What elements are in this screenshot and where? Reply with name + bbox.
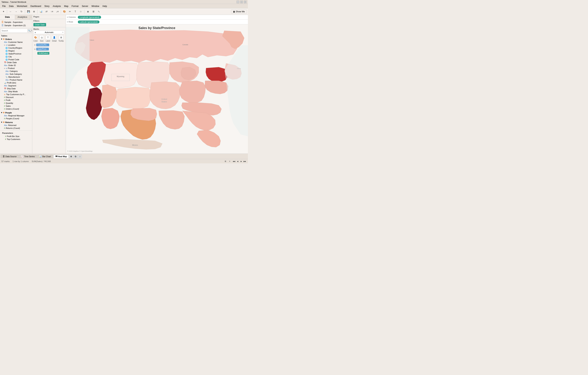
tab-analytics[interactable]: Analytics [15, 15, 30, 20]
field-region[interactable]: 🌐Region [0, 49, 32, 52]
field-state-province[interactable]: 🌐State/Province [0, 52, 32, 55]
mark-color-btn[interactable]: 🎨 Color [33, 35, 38, 42]
mark-detail-btn[interactable]: 👤 Detail [52, 35, 57, 42]
swap-btn[interactable]: ⇄ [44, 9, 49, 14]
text-btn[interactable]: T [73, 9, 78, 14]
menu-map[interactable]: Map [63, 5, 70, 8]
save-button[interactable]: 💾 [26, 9, 31, 14]
search-button[interactable]: 🔍 [28, 29, 31, 33]
menu-help[interactable]: Help [101, 5, 108, 8]
menu-window[interactable]: Window [90, 5, 101, 8]
orders-table-header[interactable]: ▾ ⊕ Orders [0, 38, 32, 41]
field-profit-bin[interactable]: 📊Profit (bin) [0, 81, 32, 84]
viz-btn[interactable]: 🖥 [91, 9, 96, 14]
field-segment[interactable]: AbcSegment [0, 84, 32, 87]
field-product-name[interactable]: AbcProduct Name [0, 78, 32, 81]
tab-heat-map[interactable]: 🗺 Heat Map [53, 155, 69, 158]
field-orders-count[interactable]: #Orders (Count) [0, 107, 32, 110]
menu-server[interactable]: Server [80, 5, 90, 8]
next-page[interactable]: ▶ [240, 160, 243, 163]
back-button[interactable]: ← [8, 9, 13, 14]
tableau-logo[interactable]: ✦ [1, 9, 6, 14]
field-order-id[interactable]: AbcOrder ID [0, 64, 32, 67]
field-discount[interactable]: #Discount [0, 96, 32, 99]
mark-field-country[interactable]: ⊕ Country/Re... [33, 43, 65, 47]
show-me-button[interactable]: ▦ Show Me [231, 10, 247, 14]
menu-data[interactable]: Data [7, 5, 15, 8]
color-btn[interactable]: 🎨 [62, 9, 67, 14]
field-returns-count[interactable]: #Returns (Count) [0, 127, 32, 129]
maximize-button[interactable]: □ [240, 1, 243, 3]
chart-type-btn[interactable]: 📊 [39, 9, 43, 14]
menu-analysis[interactable]: Analysis [51, 5, 63, 8]
pin-btn[interactable]: ☆ [78, 9, 83, 14]
field-quantity[interactable]: #Quantity [0, 102, 32, 105]
grid-view-status[interactable]: ⊞ [224, 160, 227, 163]
close-button[interactable]: × [244, 1, 246, 3]
field-product-group[interactable]: ▾⊕Product [0, 67, 32, 70]
field-manufacturer[interactable]: 📎Manufacturer [0, 75, 32, 78]
param-profit-bin-size[interactable]: #Profit Bin Size [1, 135, 31, 138]
left-panel-close[interactable]: ‹ [30, 15, 32, 20]
mark-size-btn[interactable]: ◎ Size [40, 35, 44, 42]
field-category[interactable]: AbcCategory [0, 70, 32, 73]
new-datasource[interactable]: ⊕ [32, 9, 36, 14]
field-location-group[interactable]: ▾⊕Location [0, 43, 32, 46]
sort-asc[interactable]: ↑≡ [50, 9, 54, 14]
field-regional-manager[interactable]: AbcRegional Manager [0, 114, 32, 117]
last-page[interactable]: ▶▶ [243, 160, 246, 163]
mark-label-btn[interactable]: T Label [46, 35, 50, 42]
tab-data-source[interactable]: 🗄 Data Source [1, 155, 19, 158]
field-top-customers[interactable]: ⊕Top Customers by P... [0, 93, 32, 96]
annotation-btn[interactable]: ✏ [67, 9, 72, 14]
prev-page[interactable]: ◀ [236, 160, 239, 163]
menu-story[interactable]: Story [43, 5, 51, 8]
tab-bar-chart[interactable]: 📊 Bar Chart [37, 155, 53, 158]
field-country-region[interactable]: 🌐Country/Region [0, 46, 32, 49]
sort-desc[interactable]: ↓≡ [55, 9, 60, 14]
tab-data[interactable]: Data [0, 15, 15, 20]
field-sales[interactable]: #Sales [0, 105, 32, 107]
field-people-count[interactable]: #People (Count) [0, 117, 32, 120]
mark-field-sales[interactable]: SUM(Sales) [33, 51, 65, 55]
move-sheet-button[interactable]: ↕ [78, 154, 82, 159]
menu-format[interactable]: Format [70, 5, 80, 8]
field-customer-name[interactable]: AbcCustomer Name [0, 41, 32, 43]
forward-button[interactable]: → [14, 9, 18, 14]
marks-type-dropdown[interactable]: ⬧ Automatic ▾ [33, 31, 65, 34]
people-table-header[interactable]: ▾ ⊕ People [0, 111, 32, 114]
list-view-status[interactable]: ≡ [228, 160, 231, 163]
filter-order-date[interactable]: Order Date [33, 23, 46, 26]
columns-pill[interactable]: Longitude (generated) [78, 16, 101, 19]
share-btn[interactable]: ⤡ [96, 9, 101, 14]
field-ship-date[interactable]: 📅Ship Date [0, 87, 32, 90]
menu-dashboard[interactable]: Dashboard [29, 5, 43, 8]
field-profit[interactable]: #Profit [0, 99, 32, 102]
field-order-date[interactable]: 📅Order Date [0, 61, 32, 64]
rows-pill[interactable]: Latitude (generated) [78, 21, 99, 23]
search-input[interactable] [1, 29, 28, 33]
returns-table-header[interactable]: ▾ ⊕ Returns [0, 121, 32, 124]
minimize-button[interactable]: − [237, 1, 239, 3]
param-top-customers[interactable]: #Top Customers [1, 138, 31, 141]
refresh-button[interactable]: ↻ [19, 9, 24, 14]
mark-field-state[interactable]: ⊕ State/Provi... [33, 47, 65, 51]
first-page[interactable]: ◀◀ [232, 160, 236, 163]
country-region-pill[interactable]: Country/Re... [36, 43, 49, 46]
state-province-pill[interactable]: State/Provi... [36, 48, 49, 51]
add-sheet-button[interactable]: ⊕ [69, 154, 73, 159]
field-city[interactable]: 🌐City [0, 55, 32, 58]
datasource-2[interactable]: 🗄 Sample - Superstore (2) [1, 24, 32, 27]
menu-file[interactable]: File [1, 5, 7, 8]
field-sub-category[interactable]: AbcSub-Category [0, 73, 32, 75]
menu-worksheet[interactable]: Worksheet [15, 5, 29, 8]
field-ship-mode[interactable]: AbcShip Mode [0, 90, 32, 93]
duplicate-sheet-button[interactable]: ⧉ [74, 154, 77, 159]
datasource-1[interactable]: 🗄 Sample - Superstore [1, 21, 32, 24]
tab-time-series[interactable]: 📈 Time Series [19, 155, 37, 158]
sum-sales-pill[interactable]: SUM(Sales) [37, 52, 49, 55]
filter-btn[interactable]: ▦ [85, 9, 90, 14]
field-returned[interactable]: AbcReturned [0, 124, 32, 127]
field-postal-code[interactable]: 🌐Postal Code [0, 58, 32, 61]
mark-tooltip-btn[interactable]: 🖥 Tooltip [58, 35, 64, 42]
